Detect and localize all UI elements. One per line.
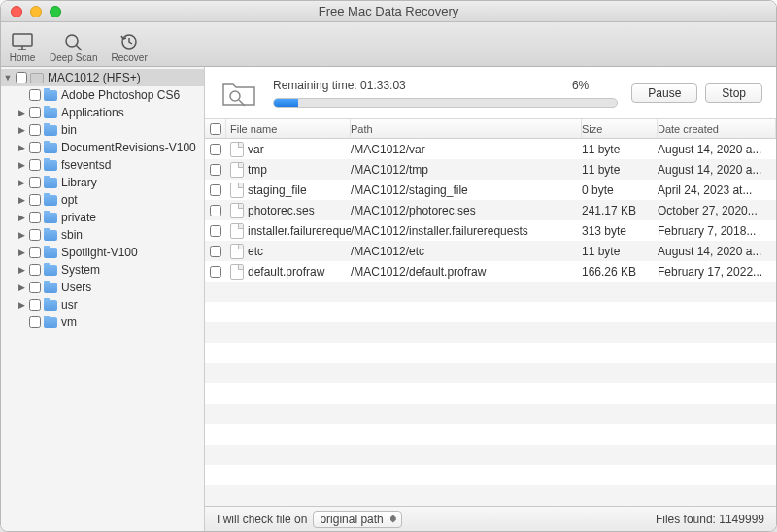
deep-scan-label: Deep Scan — [50, 52, 97, 63]
file-size: 0 byte — [582, 183, 658, 197]
empty-row — [205, 465, 776, 485]
folder-icon — [44, 125, 57, 136]
tree-item-checkbox[interactable] — [29, 229, 41, 241]
tree-item[interactable]: ▶sbin — [1, 226, 204, 244]
tree-item[interactable]: ▶opt — [1, 191, 204, 209]
recover-button[interactable]: Recover — [111, 31, 147, 63]
file-name: default.profraw — [248, 265, 324, 279]
tree-item-checkbox[interactable] — [29, 159, 41, 171]
chevron-right-icon[interactable]: ▶ — [17, 178, 26, 187]
file-path: /MAC1012/default.profraw — [351, 265, 582, 279]
tree-item[interactable]: ▶bin — [1, 121, 204, 139]
tree-item[interactable]: ▶private — [1, 209, 204, 226]
tree-item-checkbox[interactable] — [29, 124, 41, 136]
col-header-name[interactable]: File name — [226, 119, 351, 138]
select-all-checkbox[interactable] — [210, 123, 221, 135]
tree-item-label: private — [61, 211, 96, 224]
tree-item[interactable]: ▶System — [1, 261, 204, 279]
tree-item[interactable]: ▶Adobe Photoshop CS6 — [1, 86, 204, 104]
row-checkbox[interactable] — [210, 225, 221, 237]
drive-icon — [30, 73, 44, 83]
tree-item-checkbox[interactable] — [29, 177, 41, 188]
file-date: April 24, 2023 at... — [658, 183, 776, 197]
folder-icon — [44, 317, 57, 328]
table-row[interactable]: default.profraw/MAC1012/default.profraw1… — [205, 261, 776, 282]
chevron-right-icon[interactable]: ▶ — [17, 125, 26, 135]
toolbar: Home Deep Scan Recover — [1, 22, 776, 67]
tree-item-checkbox[interactable] — [29, 212, 41, 223]
chevron-right-icon[interactable]: ▶ — [17, 230, 26, 240]
tree-item[interactable]: ▶DocumentRevisions-V100 — [1, 139, 204, 156]
tree-item-label: DocumentRevisions-V100 — [61, 141, 196, 154]
row-checkbox[interactable] — [210, 266, 221, 278]
folder-icon — [44, 178, 57, 188]
tree-item[interactable]: ▶Library — [1, 174, 204, 191]
folder-icon — [44, 265, 57, 276]
folder-icon — [44, 230, 57, 241]
file-path: /MAC1012/var — [351, 143, 582, 156]
table-row[interactable]: staging_file/MAC1012/staging_file0 byteA… — [205, 180, 776, 200]
row-checkbox[interactable] — [210, 246, 221, 257]
tree-item[interactable]: ▶fseventsd — [1, 156, 204, 174]
folder-icon — [44, 143, 57, 153]
table-body[interactable]: var/MAC1012/var11 byteAugust 14, 2020 a.… — [205, 139, 776, 506]
files-found-label: Files found: 1149999 — [656, 513, 764, 526]
tree-item[interactable]: ▶usr — [1, 296, 204, 314]
tree-item-checkbox[interactable] — [29, 194, 41, 206]
tree-item-label: usr — [61, 298, 78, 312]
chevron-down-icon[interactable]: ▼ — [3, 73, 13, 83]
table-row[interactable]: tmp/MAC1012/tmp11 byteAugust 14, 2020 a.… — [205, 159, 776, 180]
chevron-right-icon[interactable]: ▶ — [17, 265, 26, 275]
tree-item-checkbox[interactable] — [29, 142, 41, 153]
stop-button[interactable]: Stop — [705, 83, 762, 103]
table-row[interactable]: photorec.ses/MAC1012/photorec.ses241.17 … — [205, 200, 776, 220]
pause-button[interactable]: Pause — [631, 83, 697, 103]
empty-row — [205, 424, 776, 445]
tree-item[interactable]: ▶Applications — [1, 104, 204, 121]
tree-item[interactable]: ▶Spotlight-V100 — [1, 244, 204, 261]
scan-percent-label: 6% — [572, 79, 589, 92]
tree-item-label: sbin — [61, 228, 83, 242]
chevron-right-icon[interactable]: ▶ — [17, 248, 26, 257]
tree-root-checkbox[interactable] — [16, 72, 27, 83]
chevron-right-icon[interactable]: ▶ — [17, 195, 26, 205]
row-checkbox[interactable] — [210, 164, 221, 176]
chevron-right-icon[interactable]: ▶ — [17, 283, 26, 292]
check-path-select[interactable]: original path — [313, 511, 401, 528]
col-header-path[interactable]: Path — [351, 119, 582, 138]
row-checkbox[interactable] — [210, 184, 221, 196]
tree-item-label: Users — [61, 281, 91, 294]
file-date: February 7, 2018... — [658, 224, 776, 238]
empty-row — [205, 445, 776, 465]
check-path-value: original path — [320, 513, 383, 526]
col-header-size[interactable]: Size — [582, 119, 658, 138]
home-button[interactable]: Home — [9, 31, 36, 63]
table-row[interactable]: etc/MAC1012/etc11 byteAugust 14, 2020 a.… — [205, 241, 776, 261]
tree-item[interactable]: ▶vm — [1, 314, 204, 331]
file-name: installer.failurerequests — [248, 224, 351, 238]
tree-item[interactable]: ▶Users — [1, 279, 204, 296]
table-row[interactable]: installer.failurerequests/MAC1012/instal… — [205, 220, 776, 241]
tree-item-checkbox[interactable] — [29, 264, 41, 276]
file-path: /MAC1012/etc — [351, 245, 582, 258]
chevron-right-icon[interactable]: ▶ — [17, 213, 26, 222]
row-checkbox[interactable] — [210, 205, 221, 216]
tree-item-checkbox[interactable] — [29, 316, 41, 328]
scan-progress-bar: Remaining time: 01:33:03 6% Pause Stop — [205, 67, 776, 119]
deep-scan-button[interactable]: Deep Scan — [50, 31, 97, 63]
chevron-right-icon[interactable]: ▶ — [17, 300, 26, 310]
tree-item-checkbox[interactable] — [29, 247, 41, 258]
tree-item-checkbox[interactable] — [29, 299, 41, 311]
tree-root-item[interactable]: ▼ MAC1012 (HFS+) — [1, 69, 204, 86]
chevron-right-icon[interactable]: ▶ — [17, 143, 26, 152]
chevron-right-icon[interactable]: ▶ — [17, 108, 26, 117]
content-area: ▼ MAC1012 (HFS+) ▶Adobe Photoshop CS6▶Ap… — [1, 67, 776, 531]
tree-item-checkbox[interactable] — [29, 282, 41, 293]
tree-item-checkbox[interactable] — [29, 107, 41, 118]
table-row[interactable]: var/MAC1012/var11 byteAugust 14, 2020 a.… — [205, 139, 776, 159]
col-header-date[interactable]: Date created — [658, 119, 776, 138]
row-checkbox[interactable] — [210, 144, 221, 155]
window-title: Free Mac Data Recovery — [1, 4, 776, 18]
tree-item-checkbox[interactable] — [29, 89, 41, 101]
chevron-right-icon[interactable]: ▶ — [17, 160, 26, 170]
